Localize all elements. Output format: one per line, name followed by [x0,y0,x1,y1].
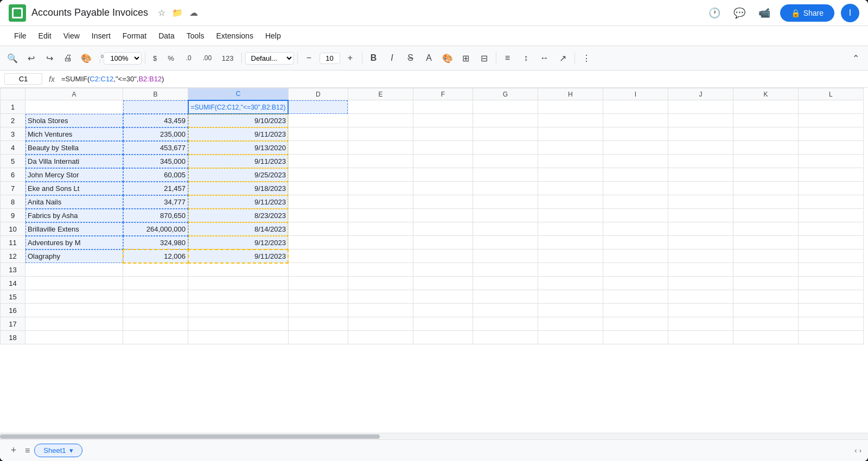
cell-g4[interactable] [473,141,538,155]
cell-j4[interactable] [668,141,733,155]
cell-l15[interactable] [798,290,863,304]
cell-g5[interactable] [473,155,538,168]
cell-i8[interactable] [603,195,668,209]
cell-f3[interactable] [413,127,473,141]
cell-h6[interactable] [538,168,603,182]
cell-a15[interactable] [25,290,123,304]
cloud-icon[interactable]: ☁ [189,8,198,18]
cell-g17[interactable] [473,317,538,331]
menu-data[interactable]: Data [153,29,180,42]
cell-j3[interactable] [668,127,733,141]
menu-view[interactable]: View [58,29,85,42]
cell-h18[interactable] [538,331,603,344]
col-header-d[interactable]: D [288,88,348,100]
cell-d17[interactable] [288,317,348,331]
cell-a5[interactable]: Da Villa Internati [25,155,123,168]
cell-g16[interactable] [473,304,538,317]
cell-e16[interactable] [348,304,413,317]
cell-d18[interactable] [288,331,348,344]
cell-c17[interactable] [188,317,289,331]
col-header-a[interactable]: A [25,88,123,100]
cell-h17[interactable] [538,317,603,331]
cell-g11[interactable] [473,236,538,249]
merge-button[interactable]: ⊟ [476,50,493,66]
cell-i12[interactable] [603,249,668,263]
cell-f15[interactable] [413,290,473,304]
cell-c5[interactable]: 9/11/2023 [188,155,289,168]
meet-icon[interactable]: 📹 [755,4,774,22]
cell-e18[interactable] [348,331,413,344]
cell-l9[interactable] [798,209,863,222]
menu-format[interactable]: Format [117,29,152,42]
cell-b8[interactable]: 34,777 [123,195,188,209]
navigate-right-icon[interactable]: › [859,446,861,454]
font-family-select[interactable]: Defaul... [245,52,294,65]
decimal-decrease-button[interactable]: .0 [181,50,197,66]
cell-c12[interactable]: 9/11/2023 [188,249,289,263]
spreadsheet-area[interactable]: A B C D E F G H I J K L 1 [0,88,868,433]
cell-b11[interactable]: 324,980 [123,236,188,249]
col-header-j[interactable]: J [668,88,733,100]
add-sheet-button[interactable]: + [7,444,21,458]
col-header-f[interactable]: F [413,88,473,100]
cell-b12[interactable]: 12,006 [123,249,188,263]
cell-l14[interactable] [798,277,863,290]
cell-j17[interactable] [668,317,733,331]
cell-g14[interactable] [473,277,538,290]
cell-a12[interactable]: Olagraphy [25,249,123,263]
cell-a2[interactable]: Shola Stores [25,114,123,127]
cell-k4[interactable] [733,141,798,155]
menu-edit[interactable]: Edit [33,29,57,42]
cell-f16[interactable] [413,304,473,317]
sheet-tab-sheet1[interactable]: Sheet1 ▾ [34,444,82,457]
cell-h9[interactable] [538,209,603,222]
history-icon[interactable]: 🕐 [705,4,724,22]
cell-d9[interactable] [288,209,348,222]
cell-g10[interactable] [473,222,538,236]
cell-i5[interactable] [603,155,668,168]
cell-h12[interactable] [538,249,603,263]
cell-h5[interactable] [538,155,603,168]
cell-k16[interactable] [733,304,798,317]
cell-g8[interactable] [473,195,538,209]
cell-a14[interactable] [25,277,123,290]
cell-c10[interactable]: 8/14/2023 [188,222,289,236]
cell-k2[interactable] [733,114,798,127]
more-options-button[interactable]: ⋮ [578,50,595,66]
cell-j10[interactable] [668,222,733,236]
col-header-e[interactable]: E [348,88,413,100]
cell-e9[interactable] [348,209,413,222]
cell-b17[interactable] [123,317,188,331]
cell-l17[interactable] [798,317,863,331]
cell-i2[interactable] [603,114,668,127]
cell-f6[interactable] [413,168,473,182]
cell-i7[interactable] [603,182,668,195]
cell-l7[interactable] [798,182,863,195]
cell-f13[interactable] [413,263,473,277]
cell-a8[interactable]: Anita Nails [25,195,123,209]
cell-l8[interactable] [798,195,863,209]
cell-a7[interactable]: Eke and Sons Lt [25,182,123,195]
cell-i11[interactable] [603,236,668,249]
cell-k3[interactable] [733,127,798,141]
cell-b15[interactable] [123,290,188,304]
cell-g3[interactable] [473,127,538,141]
cell-c11[interactable]: 9/12/2023 [188,236,289,249]
cell-b14[interactable] [123,277,188,290]
cell-c4[interactable]: 9/13/2020 [188,141,289,155]
cell-g7[interactable] [473,182,538,195]
navigate-left-icon[interactable]: ‹ [854,446,857,454]
cell-h11[interactable] [538,236,603,249]
print-button[interactable]: 🖨 [60,50,76,66]
col-header-b[interactable]: B [123,88,188,100]
cell-b13[interactable] [123,263,188,277]
cell-l5[interactable] [798,155,863,168]
cell-i14[interactable] [603,277,668,290]
cell-f17[interactable] [413,317,473,331]
cell-e11[interactable] [348,236,413,249]
redo-button[interactable]: ↪ [41,50,58,66]
cell-c14[interactable] [188,277,289,290]
col-header-g[interactable]: G [473,88,538,100]
formula-input[interactable]: =SUMIF(C2:C12,"<=30",B2:B12) [61,75,864,83]
cell-d11[interactable] [288,236,348,249]
